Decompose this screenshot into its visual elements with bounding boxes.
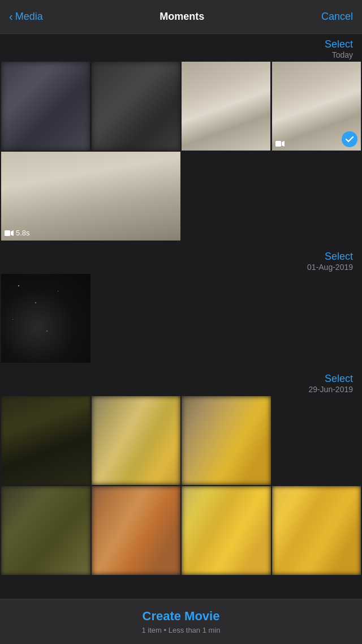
photo-cell-jun-6[interactable]: [182, 486, 271, 575]
photo-cell-empty-1: [182, 152, 271, 241]
section-divider-2: [0, 364, 362, 368]
back-label: Media: [15, 11, 43, 23]
photo-cell-empty-5: [272, 274, 361, 363]
photo-cell-1[interactable]: [1, 62, 90, 151]
selected-check-badge: [342, 131, 357, 147]
section-today-date: Today: [332, 50, 353, 59]
back-button[interactable]: ‹ Media: [9, 10, 43, 23]
photo-cell-empty-4: [182, 274, 271, 363]
video-duration: 5.8s: [16, 229, 30, 237]
section-jun-date: 29-Jun-2019: [308, 385, 353, 394]
photo-cell-2[interactable]: [92, 62, 180, 151]
photo-cell-jun-3[interactable]: [182, 396, 271, 485]
photo-cell-jun-1[interactable]: [1, 396, 90, 485]
photo-cell-empty-2: [272, 152, 361, 241]
create-movie-subtitle: 1 item • Less than 1 min: [142, 626, 221, 634]
svg-marker-3: [11, 230, 14, 236]
photo-cell-4[interactable]: [272, 62, 361, 151]
photo-cell-dark[interactable]: [1, 274, 90, 363]
photo-cell-jun-4[interactable]: [1, 486, 90, 575]
svg-rect-0: [275, 141, 281, 147]
photo-cell-jun-7[interactable]: [272, 486, 361, 575]
select-today-button[interactable]: Select: [325, 38, 353, 50]
page-title: Moments: [160, 11, 204, 23]
photo-cell-5[interactable]: 5.8s: [1, 152, 180, 241]
header: ‹ Media Moments Cancel: [0, 0, 362, 34]
photo-cell-jun-5[interactable]: [92, 486, 181, 575]
chevron-left-icon: ‹: [9, 10, 13, 23]
section-today-header: Select Today: [0, 34, 362, 62]
video-cam-icon-2: [5, 230, 14, 237]
scroll-area: Select Today: [0, 34, 362, 599]
section-aug2019: Select 01-Aug-2019: [0, 246, 362, 364]
create-movie-button[interactable]: Create Movie: [143, 609, 220, 624]
select-aug-button[interactable]: Select: [325, 251, 353, 263]
section-jun-header: Select 29-Jun-2019: [0, 368, 362, 396]
section-jun2019: Select 29-Jun-2019: [0, 368, 362, 576]
photo-cell-jun-2[interactable]: [92, 396, 181, 485]
photo-cell-3[interactable]: [182, 62, 270, 151]
svg-rect-2: [5, 230, 10, 236]
photo-cell-empty-3: [92, 274, 181, 363]
select-jun-button[interactable]: Select: [325, 373, 353, 385]
section-aug-date: 01-Aug-2019: [307, 263, 353, 272]
svg-marker-1: [282, 141, 285, 147]
section-divider-1: [0, 242, 362, 246]
photo-cell-empty-6: [272, 396, 361, 485]
section-aug-header: Select 01-Aug-2019: [0, 246, 362, 274]
cancel-button[interactable]: Cancel: [321, 11, 353, 23]
section-today: Select Today: [0, 34, 362, 242]
video-cam-icon: [275, 140, 285, 147]
bottom-bar: Create Movie 1 item • Less than 1 min: [0, 599, 362, 644]
